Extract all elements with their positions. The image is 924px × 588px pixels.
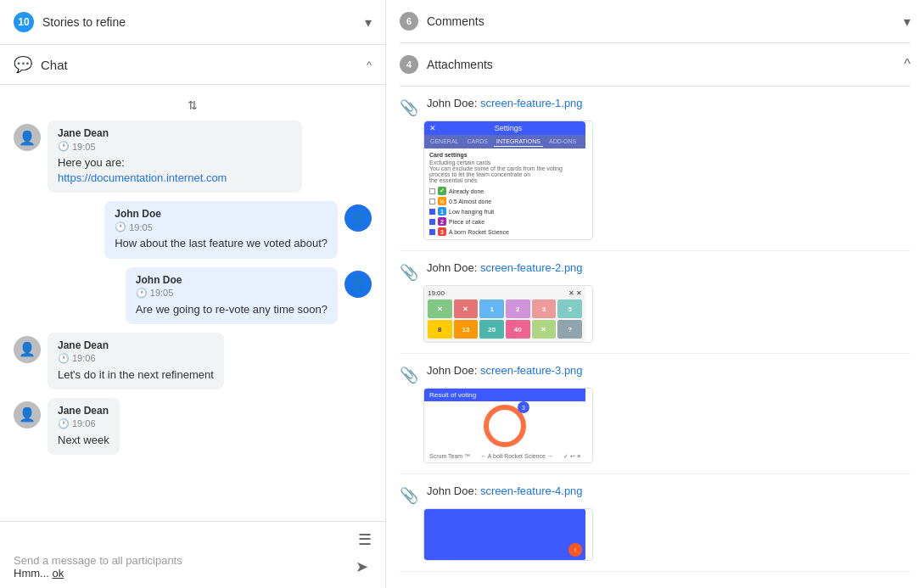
attachment-preview: ! bbox=[423, 508, 593, 561]
card-grid: ✕ ✕ 1 2 3 5 8 13 20 40 ✕ ? bbox=[428, 300, 582, 339]
sort-icon-row[interactable]: ⇅ bbox=[14, 93, 372, 120]
attachment-info: John Doe: screen-feature-4.png bbox=[427, 484, 910, 502]
attachment-header-row: 📎 John Doe: screen-feature-4.png bbox=[400, 484, 910, 505]
message-text: How about the last feature we voted abou… bbox=[115, 236, 328, 251]
checkbox-checked[interactable] bbox=[429, 229, 435, 235]
tab-general[interactable]: GENERAL bbox=[428, 137, 461, 147]
voting-icons: ✓ ↩ ≡ bbox=[563, 453, 580, 460]
chat-label: Chat bbox=[41, 58, 68, 72]
card-label-2: Piece of cake bbox=[449, 219, 484, 225]
message-link[interactable]: https://documentation.internet.com bbox=[58, 171, 227, 184]
chat-messages-area: ⇅ 👤 Jane Dean 🕐 19:05 Here you are: bbox=[0, 85, 385, 521]
attachment-item: 📎 John Doe: screen-feature-2.png 19:00 ✕… bbox=[400, 251, 910, 354]
person-icon: 👤 bbox=[19, 130, 36, 146]
checkbox-checked[interactable] bbox=[429, 219, 435, 225]
card-cell: 2 bbox=[506, 300, 530, 318]
sort-icon[interactable]: ⇅ bbox=[188, 98, 198, 112]
voting-body: 3 bbox=[424, 401, 585, 451]
message-row: 👤 Jane Dean 🕐 19:06 Next week bbox=[14, 398, 372, 455]
paperclip-icon: 📎 bbox=[400, 263, 418, 282]
voting-actions: ← A bolt Rocket Science → bbox=[480, 453, 553, 460]
chat-section: 💬 Chat ^ ⇅ 👤 Jane Dean 🕐 bbox=[0, 45, 385, 588]
attachment-title: John Doe: screen-feature-4.png bbox=[427, 484, 910, 497]
card-num-1: 1 bbox=[438, 207, 446, 216]
sender-time: 🕐 19:06 bbox=[58, 353, 214, 364]
bubble-inner: Jane Dean 🕐 19:05 Here you are: https://… bbox=[48, 120, 302, 193]
card-grid-preview: 19:00 ✕ ✕ ✕ ✕ 1 2 3 5 8 13 20 40 ✕ ? bbox=[424, 286, 585, 342]
card-cell: 20 bbox=[479, 320, 504, 339]
attachment-info: John Doe: screen-feature-1.png bbox=[427, 97, 910, 115]
settings-card-row-5: 3 A born Rocket Science bbox=[429, 227, 580, 236]
settings-preview: ✕ Settings GENERAL CARDS INTEGRATIONS AD… bbox=[424, 121, 585, 239]
card-cell: 40 bbox=[506, 320, 530, 339]
stories-count-badge: 10 bbox=[14, 12, 34, 32]
card-cell: ✕ bbox=[428, 300, 452, 318]
settings-card-row-4: 2 Piece of cake bbox=[429, 217, 580, 226]
checkbox-checked[interactable] bbox=[429, 209, 435, 215]
checkbox-unchecked[interactable] bbox=[429, 188, 435, 194]
tab-cards[interactable]: CARDS bbox=[464, 137, 490, 147]
chat-bubble-icon: 💬 bbox=[14, 55, 32, 74]
voting-badge: 3 bbox=[518, 401, 529, 413]
person-icon: 👤 bbox=[350, 210, 367, 227]
bubble-inner: John Doe 🕐 19:05 Are we going to re-vote… bbox=[126, 267, 338, 324]
bubble-inner: John Doe 🕐 19:05 How about the last feat… bbox=[104, 201, 338, 258]
sender-time: 🕐 19:05 bbox=[58, 141, 292, 152]
clock-icon: 🕐 bbox=[115, 221, 126, 232]
card-cell: 13 bbox=[454, 320, 479, 339]
clock-icon: 🕐 bbox=[58, 353, 70, 364]
tab-integrations-active[interactable]: INTEGRATIONS bbox=[494, 137, 543, 147]
voting-footer: Scrum Team ™ ← A bolt Rocket Science → ✓… bbox=[424, 451, 585, 462]
card-cell: 8 bbox=[428, 320, 452, 339]
attachment-preview: ✕ Settings GENERAL CARDS INTEGRATIONS AD… bbox=[423, 120, 593, 240]
tab-addons[interactable]: ADD-ONS bbox=[546, 137, 579, 147]
sender-name: Jane Dean bbox=[58, 405, 109, 417]
settings-close-icon[interactable]: ✕ bbox=[429, 124, 436, 132]
chat-footer: ☰ Send a message to all participants Hmm… bbox=[0, 521, 385, 588]
hamburger-icon[interactable]: ☰ bbox=[358, 530, 372, 549]
voting-circle: 3 bbox=[484, 405, 526, 447]
card-label-05: 0.5 Almost done bbox=[449, 199, 491, 204]
comments-chevron-icon[interactable]: ▾ bbox=[904, 14, 910, 30]
comments-header-left: 6 Comments bbox=[400, 12, 484, 31]
avatar: 👤 bbox=[344, 204, 372, 232]
stories-label: Stories to refine bbox=[42, 15, 126, 29]
stories-chevron-icon[interactable]: ▾ bbox=[365, 14, 372, 31]
attachment-link[interactable]: screen-feature-3.png bbox=[480, 364, 583, 377]
checkbox-unchecked[interactable] bbox=[429, 199, 435, 204]
card-cell: ? bbox=[557, 320, 582, 339]
card-cell: 3 bbox=[532, 300, 557, 318]
chat-collapse-icon[interactable]: ^ bbox=[367, 59, 372, 71]
message-text: Are we going to re-vote any time soon? bbox=[136, 302, 328, 317]
card-cell: ✕ bbox=[532, 320, 557, 339]
attachments-chevron-icon[interactable]: ^ bbox=[904, 57, 910, 72]
message-input-area[interactable]: Send a message to all participants Hmm..… bbox=[14, 554, 345, 580]
settings-title-text: Settings bbox=[495, 124, 523, 132]
message-row: 👤 Jane Dean 🕐 19:05 Here you are: https:… bbox=[14, 120, 372, 193]
send-button[interactable]: ➤ bbox=[352, 554, 372, 580]
attachment-link[interactable]: screen-feature-1.png bbox=[480, 97, 583, 109]
attachments-header-left: 4 Attachments bbox=[400, 55, 493, 74]
attachment-info: John Doe: screen-feature-3.png bbox=[427, 364, 910, 382]
attachment-preview: 19:00 ✕ ✕ ✕ ✕ 1 2 3 5 8 13 20 40 ✕ ? bbox=[423, 285, 593, 343]
avatar: 👤 bbox=[14, 401, 41, 428]
bubble-inner: Jane Dean 🕐 19:06 Next week bbox=[48, 398, 120, 455]
attachment-link[interactable]: screen-feature-2.png bbox=[480, 261, 583, 274]
attachment-link[interactable]: screen-feature-4.png bbox=[480, 484, 583, 497]
sender-time: 🕐 19:05 bbox=[115, 221, 328, 232]
person-icon: 👤 bbox=[19, 341, 36, 357]
message-text: Next week bbox=[58, 433, 109, 448]
voting-header-bar: Result of voting bbox=[424, 389, 585, 401]
card-num-3: 3 bbox=[438, 227, 446, 236]
attachment-title: John Doe: screen-feature-3.png bbox=[427, 364, 910, 377]
message-bubble: Jane Dean 🕐 19:05 Here you are: https://… bbox=[48, 120, 302, 193]
card-settings-heading: Card settings bbox=[429, 152, 580, 158]
card-num-already-done: ✓ bbox=[438, 187, 446, 195]
card-grid-header: 19:00 ✕ ✕ bbox=[428, 289, 582, 297]
stories-section[interactable]: 10 Stories to refine ▾ bbox=[0, 0, 385, 45]
avatar: 👤 bbox=[344, 271, 372, 298]
card-settings-desc: Excluding certain cardsYou can exclude s… bbox=[429, 160, 580, 183]
attachment-preview: Result of voting 3 Scrum Team ™ ← A bolt… bbox=[423, 388, 593, 463]
attachments-title: Attachments bbox=[427, 58, 493, 71]
card-num-05: ½ bbox=[438, 197, 446, 205]
